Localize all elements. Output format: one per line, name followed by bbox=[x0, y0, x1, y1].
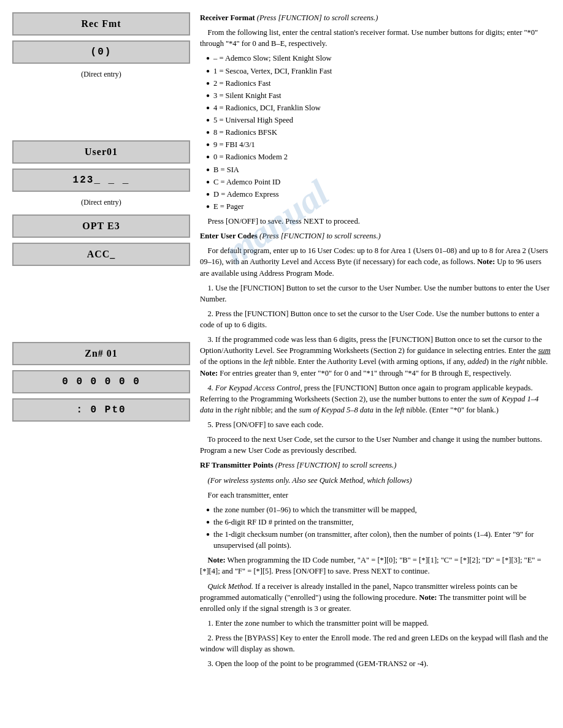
rf-title: RF Transmitter Points (Press [FUNCTION] … bbox=[200, 460, 551, 471]
user-codes-p7: To proceed to the next User Code, set th… bbox=[200, 434, 551, 456]
rf-id-value: 0 0 0 0 0 0 bbox=[62, 376, 140, 387]
rf-intro: For each transmitter, enter bbox=[200, 490, 551, 501]
rec-fmt-value-display: (0) bbox=[12, 40, 190, 64]
user-codes-p2: 1. Use the [FUNCTION] Button to set the … bbox=[200, 282, 551, 305]
rf-quick: Quick Method. If a receiver is already i… bbox=[200, 581, 551, 614]
bullet-item: 1 = Sescoa, Vertex, DCI, Franklin Fast bbox=[206, 66, 551, 77]
user01-display: User01 bbox=[12, 140, 190, 164]
rf-bullet-item: the zone number (01–96) to which the tra… bbox=[206, 504, 551, 515]
rf-bullet-item: the 1-digit checksum number (on transmit… bbox=[206, 529, 551, 551]
bullet-item: C = Ademco Point ID bbox=[206, 176, 551, 188]
user-codes-title: Enter User Codes (Press [FUNCTION] to sc… bbox=[200, 230, 551, 241]
user-codes-heading: Enter User Codes bbox=[200, 232, 258, 240]
rec-fmt-section-title: Receiver Format (Press [FUNCTION] to scr… bbox=[200, 12, 551, 23]
bullet-item: 4 = Radionics, DCI, Franklin Slow bbox=[206, 102, 551, 113]
rec-fmt-display: Rec Fmt bbox=[12, 12, 190, 36]
direct-entry-label-2: (Direct entry) bbox=[12, 198, 190, 207]
rf-heading: RF Transmitter Points bbox=[200, 461, 274, 469]
bullet-item: 3 = Silent Knight Fast bbox=[206, 90, 551, 101]
rec-fmt-save: Press [ON/OFF] to save. Press NEXT to pr… bbox=[200, 216, 551, 227]
bullet-item: B = SIA bbox=[206, 164, 551, 175]
direct-entry-label-1: (Direct entry) bbox=[12, 70, 190, 79]
bullet-item: 0 = Radionics Modem 2 bbox=[206, 151, 551, 162]
user-codes-p6: 5. Press [ON/OFF] to save each code. bbox=[200, 419, 551, 430]
rec-fmt-intro: From the following list, enter the centr… bbox=[200, 27, 551, 49]
rf-step2: 2. Press the [BYPASS] Key to enter the E… bbox=[200, 632, 551, 654]
bullet-item: 2 = Radionics Fast bbox=[206, 78, 551, 89]
bullet-item: E = Pager bbox=[206, 201, 551, 212]
opt-display: OPT E3 bbox=[12, 214, 190, 238]
right-panel: manual Receiver Format (Press [FUNCTION]… bbox=[200, 12, 551, 673]
opt-label: OPT E3 bbox=[82, 221, 120, 232]
rec-fmt-label: Rec Fmt bbox=[81, 18, 121, 29]
rf-note: Note: When programming the ID Code numbe… bbox=[200, 555, 551, 577]
rf-subheading: (For wireless systems only. Also see Qui… bbox=[200, 475, 551, 486]
acc-display: ACC_ bbox=[12, 243, 190, 266]
zn-display: Zn# 01 bbox=[12, 342, 190, 365]
user-codes-p5: 4. For Keypad Access Control, press the … bbox=[200, 382, 551, 415]
left-panel: Rec Fmt (0) (Direct entry) User01 123_ _… bbox=[12, 12, 190, 673]
rec-fmt-desc: (Press [FUNCTION] to scroll screens.) bbox=[257, 13, 378, 22]
pt-value: : 0 Pt0 bbox=[76, 404, 126, 415]
rec-fmt-heading: Receiver Format bbox=[200, 13, 255, 22]
user01-label: User01 bbox=[85, 146, 118, 157]
rf-step3: 3. Open the loop of the point to be prog… bbox=[200, 658, 551, 669]
user-codes-desc: (Press [FUNCTION] to scroll screens.) bbox=[259, 232, 381, 240]
bullet-item: D = Ademco Express bbox=[206, 189, 551, 200]
user-codes-p4: 3. If the programmed code was less than … bbox=[200, 334, 551, 379]
acc-label: ACC_ bbox=[87, 249, 116, 260]
user-code-value: 123_ _ _ bbox=[73, 175, 130, 186]
rf-bullets: the zone number (01–96) to which the tra… bbox=[200, 504, 551, 552]
bullet-item: 9 = FBI 4/3/1 bbox=[206, 139, 551, 150]
rf-bullet-item: the 6-digit RF ID # printed on the trans… bbox=[206, 517, 551, 528]
rec-fmt-bullets: – = Ademco Slow; Silent Knight Slow 1 = … bbox=[200, 53, 551, 212]
rf-step1: 1. Enter the zone number to which the tr… bbox=[200, 618, 551, 629]
user-codes-p1: For default program, enter up to 16 User… bbox=[200, 245, 551, 278]
user-codes-p3: 2. Press the [FUNCTION] Button once to s… bbox=[200, 308, 551, 330]
pt-display: : 0 Pt0 bbox=[12, 398, 190, 422]
zn-label: Zn# 01 bbox=[85, 348, 118, 359]
rf-id-display: 0 0 0 0 0 0 bbox=[12, 370, 190, 393]
bullet-item: 5 = Universal High Speed bbox=[206, 115, 551, 126]
bullet-item: – = Ademco Slow; Silent Knight Slow bbox=[206, 53, 551, 64]
right-panel-content: manual Receiver Format (Press [FUNCTION]… bbox=[200, 12, 551, 673]
bullet-item: 8 = Radionics BFSK bbox=[206, 127, 551, 138]
rec-fmt-value: (0) bbox=[91, 47, 112, 58]
user-code-display: 123_ _ _ bbox=[12, 169, 190, 192]
rf-desc: (Press [FUNCTION] to scroll screens.) bbox=[275, 461, 397, 469]
